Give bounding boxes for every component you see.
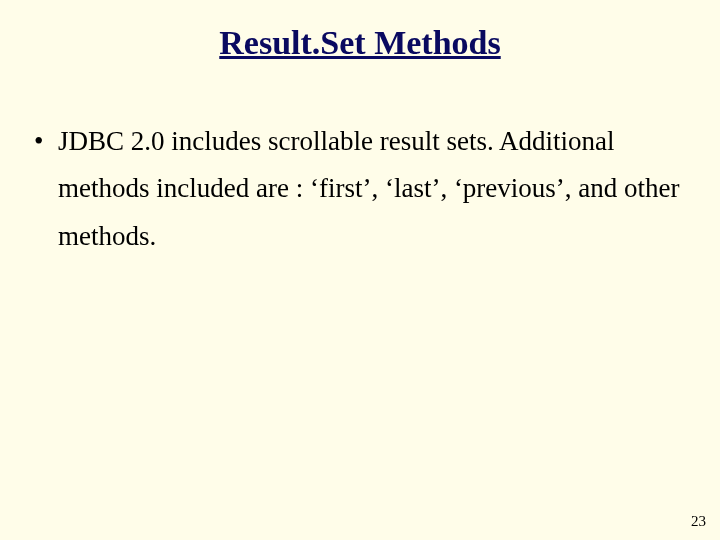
- bullet-text: JDBC 2.0 includes scrollable result sets…: [58, 126, 680, 251]
- slide: Result.Set Methods JDBC 2.0 includes scr…: [0, 0, 720, 540]
- bullet-list: JDBC 2.0 includes scrollable result sets…: [30, 118, 690, 260]
- page-number: 23: [691, 513, 706, 530]
- slide-body: JDBC 2.0 includes scrollable result sets…: [30, 118, 690, 260]
- list-item: JDBC 2.0 includes scrollable result sets…: [30, 118, 690, 260]
- slide-title: Result.Set Methods: [0, 24, 720, 62]
